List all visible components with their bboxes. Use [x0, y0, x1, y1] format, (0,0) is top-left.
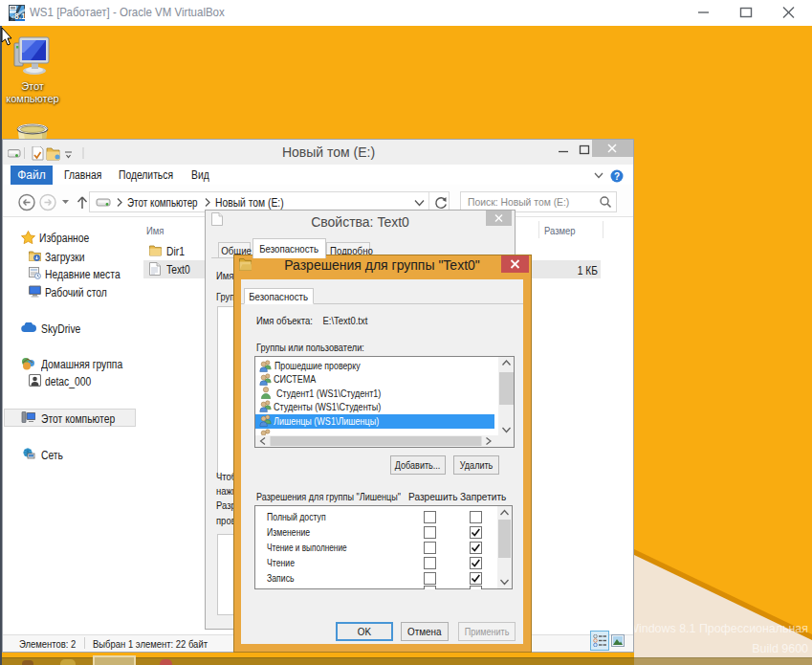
svg-text:8.1: 8.1: [14, 11, 25, 21]
svg-text:?: ?: [614, 171, 620, 182]
